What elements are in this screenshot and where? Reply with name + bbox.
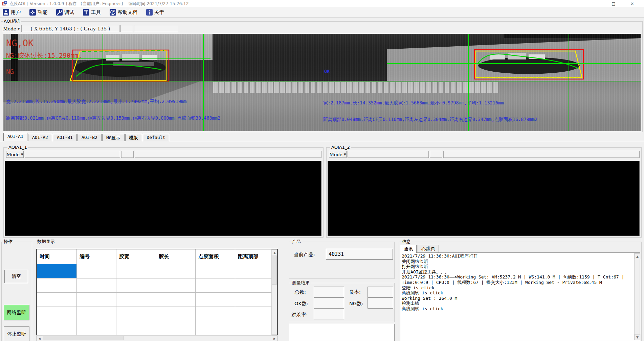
- table-hscrollbar[interactable]: ◀ ▶: [36, 335, 278, 341]
- scroll-up-icon[interactable]: ▲: [272, 250, 277, 255]
- camera-field-small[interactable]: [120, 25, 133, 32]
- log-vscrollbar[interactable]: ▲ ▼: [634, 253, 640, 340]
- col-time[interactable]: 时间: [37, 249, 77, 264]
- panel1-field-1[interactable]: [25, 151, 120, 158]
- tab-heartbeat[interactable]: 心跳包: [418, 245, 439, 253]
- log-line: 开启AOI监控工具。。。: [402, 269, 633, 275]
- toolbar-tools-button[interactable]: 工具: [83, 9, 101, 16]
- table-cell[interactable]: [116, 278, 156, 293]
- toolbar-help-button[interactable]: ? 帮助文档: [110, 9, 137, 16]
- table-vscrollbar[interactable]: ▲ ▼: [271, 249, 277, 340]
- toolbar-debug-button[interactable]: 调试: [56, 9, 74, 16]
- table-cell[interactable]: [156, 278, 196, 293]
- table-cell[interactable]: [77, 293, 116, 307]
- panel2-image-area[interactable]: [328, 161, 640, 236]
- ng-count-field[interactable]: [368, 297, 393, 309]
- scroll-up-icon[interactable]: ▲: [635, 253, 640, 259]
- wrench-icon: [56, 9, 63, 16]
- table-cell[interactable]: [37, 321, 77, 335]
- tab-ng-display[interactable]: NG显示: [102, 134, 125, 141]
- toolbar-function-button[interactable]: 功能: [29, 9, 47, 16]
- product-group-label: 产品: [291, 239, 302, 245]
- table-cell[interactable]: [235, 264, 272, 278]
- panel1-image-area[interactable]: [5, 161, 321, 236]
- table-cell[interactable]: [196, 293, 235, 307]
- camera-image-viewport[interactable]: NG,OK NG:胶体过长:15.290mm, NG OK 宽:2.215mm,…: [3, 34, 641, 131]
- col-distance-top[interactable]: 距离顶部: [235, 249, 272, 264]
- table-cell[interactable]: [235, 307, 272, 321]
- table-cell[interactable]: [37, 307, 77, 321]
- table-cell[interactable]: [116, 307, 156, 321]
- table-cell[interactable]: [196, 321, 235, 335]
- camera-coords-value: ( X 6568, Y 1463 ) : ( Gray 135 ): [31, 26, 110, 31]
- tab-default[interactable]: Default: [143, 134, 170, 141]
- table-cell[interactable]: [196, 278, 235, 293]
- tab-aoi-a2[interactable]: AOI-A2: [28, 134, 52, 141]
- tab-aoi-b2[interactable]: AOI-B2: [77, 134, 102, 141]
- col-id[interactable]: 编号: [77, 249, 116, 264]
- panel2-field-2[interactable]: [430, 151, 442, 158]
- toolbar-help-label: 帮助文档: [118, 9, 137, 16]
- communication-log[interactable]: 2021/7/29 11:36:30:AOI程序打开 关闭网络监听 打开网络监听…: [400, 252, 640, 341]
- table-cell[interactable]: [235, 278, 272, 293]
- scroll-down-icon[interactable]: ▼: [635, 334, 640, 340]
- bottom-white-box: [289, 324, 395, 341]
- info-tabstrip: 通讯 心跳包: [400, 245, 440, 253]
- table-cell[interactable]: [235, 293, 272, 307]
- panel2-field-3[interactable]: [443, 151, 640, 158]
- table-cell[interactable]: [235, 321, 272, 335]
- ok-count-field[interactable]: [314, 297, 344, 309]
- table-hscroll-thumb[interactable]: [43, 336, 124, 340]
- table-row: [37, 264, 277, 278]
- table-cell[interactable]: [116, 293, 156, 307]
- toolbar-about-button[interactable]: 关于: [146, 9, 164, 16]
- total-field[interactable]: [314, 287, 344, 298]
- col-glue-area[interactable]: 点胶面积: [196, 249, 235, 264]
- tab-aoi-a1[interactable]: AOI-A1: [3, 133, 27, 141]
- panel1-mode-dropdown[interactable]: Mode▼: [6, 151, 24, 158]
- clear-button[interactable]: 清空: [4, 270, 28, 283]
- table-vscroll-thumb[interactable]: [272, 256, 277, 285]
- overkill-field[interactable]: [314, 308, 344, 319]
- tab-template[interactable]: 模版: [125, 134, 142, 141]
- col-glue-length[interactable]: 胶长: [156, 249, 196, 264]
- table-cell[interactable]: [77, 264, 116, 278]
- table-cell[interactable]: [116, 321, 156, 335]
- close-button[interactable]: ✕: [624, 0, 640, 7]
- table-cell[interactable]: [77, 307, 116, 321]
- tab-aoi-b1[interactable]: AOI-B1: [53, 134, 77, 141]
- camera-field-wide[interactable]: [134, 25, 178, 32]
- panel2-field-1[interactable]: [348, 151, 429, 158]
- right-detection-box: [470, 49, 585, 80]
- selected-cell[interactable]: [37, 264, 77, 278]
- toolbar-debug-label: 调试: [64, 9, 74, 16]
- stop-listen-button[interactable]: 停止监听: [4, 326, 29, 341]
- current-product-field[interactable]: 40231: [326, 249, 393, 260]
- col-glue-width[interactable]: 胶宽: [116, 249, 156, 264]
- table-cell[interactable]: [156, 264, 196, 278]
- panel2-mode-dropdown[interactable]: Mode▼: [329, 151, 347, 158]
- toolbar-user-button[interactable]: 用户: [3, 9, 21, 16]
- scroll-right-icon[interactable]: ▶: [272, 336, 277, 341]
- table-cell[interactable]: [77, 321, 116, 335]
- panel1-field-2[interactable]: [121, 151, 134, 158]
- table-cell[interactable]: [77, 278, 116, 293]
- table-cell[interactable]: [156, 293, 196, 307]
- table-cell[interactable]: [156, 307, 196, 321]
- table-cell[interactable]: [196, 307, 235, 321]
- table-cell[interactable]: [37, 293, 77, 307]
- scroll-left-icon[interactable]: ◀: [37, 336, 42, 341]
- camera-mode-dropdown[interactable]: Mode▼: [3, 25, 20, 32]
- maximize-button[interactable]: □: [606, 0, 621, 7]
- network-listen-button[interactable]: 网络监听: [4, 305, 29, 320]
- tab-communication[interactable]: 通讯: [400, 245, 417, 253]
- yield-field[interactable]: [368, 287, 393, 298]
- table-cell[interactable]: [116, 264, 156, 278]
- table-cell[interactable]: [37, 278, 77, 293]
- panel1-field-3[interactable]: [135, 151, 321, 158]
- table-cell[interactable]: [196, 264, 235, 278]
- minimize-button[interactable]: —: [587, 0, 603, 7]
- camera-coords-field[interactable]: ( X 6568, Y 1463 ) : ( Gray 135 ): [21, 25, 119, 32]
- overlay-status-text: NG,OK: [6, 38, 34, 48]
- table-cell[interactable]: [156, 321, 196, 335]
